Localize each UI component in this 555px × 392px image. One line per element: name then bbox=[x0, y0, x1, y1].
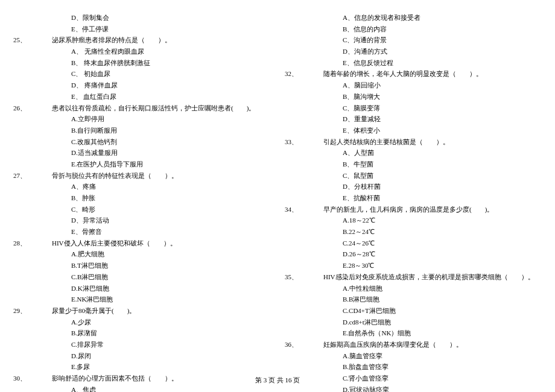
option-line: B、脑沟增大 bbox=[290, 91, 537, 103]
question-text: 泌尿系肿瘤患者排尿的特点是（ ）。 bbox=[52, 36, 171, 43]
option-line: A.18～22℃ bbox=[290, 215, 537, 226]
option-line: E.28～30℃ bbox=[290, 260, 537, 271]
option-line: D.26～28℃ bbox=[290, 248, 537, 260]
page-container: D、限制集会 E、停工停课 25、泌尿系肿瘤患者排尿的特点是（ ）。 A、 无痛… bbox=[18, 12, 537, 374]
question-number: 29、 bbox=[33, 305, 52, 317]
option-line: D、重量减轻 bbox=[290, 113, 537, 125]
question-28: 28、HIV侵入人体后主要侵犯和破坏（ ）。 bbox=[18, 238, 265, 249]
question-number: 33、 bbox=[304, 136, 323, 148]
option-line: A.肥大细胞 bbox=[18, 248, 265, 260]
option-line: E.在医护人员指导下服用 bbox=[18, 159, 265, 170]
option-line: A.少尿 bbox=[18, 317, 265, 328]
question-33: 33、引起人类结核病的主要结核菌是（ ）。 bbox=[290, 136, 537, 148]
option-line: B.尿潴留 bbox=[18, 327, 265, 339]
question-36: 36、妊娠期高血压疾病的基本病理变化是（ ）。 bbox=[290, 339, 537, 350]
option-line: B.22～24℃ bbox=[290, 226, 537, 238]
question-text: 尿量少于80毫升属于( )。 bbox=[52, 307, 136, 314]
option-line: E、信息反馈过程 bbox=[290, 57, 537, 69]
option-line: B、 终末血尿伴膀胱刺激征 bbox=[18, 57, 265, 69]
option-line: D.K淋巴细胞 bbox=[18, 283, 265, 294]
question-number: 35、 bbox=[304, 271, 323, 283]
option-line: C.CD4+T淋巴细胞 bbox=[290, 305, 537, 317]
option-line: C、畸形 bbox=[18, 204, 265, 215]
question-text: HIV感染后对免疫系统造成损害，主要的机理是损害哪类细胞（ ）。 bbox=[323, 273, 534, 280]
option-line: C.24～26℃ bbox=[290, 238, 537, 249]
option-line: C.改服其他钙剂 bbox=[18, 136, 265, 148]
option-line: E、停工停课 bbox=[18, 24, 265, 35]
option-line: C、脑膜变薄 bbox=[290, 103, 537, 114]
option-line: A、 无痛性全程肉眼血尿 bbox=[18, 46, 265, 57]
option-line: A.脑血管痉挛 bbox=[290, 350, 537, 362]
option-line: A、疼痛 bbox=[18, 181, 265, 192]
right-column: A、信息的发现者和接受者 B、信息的内容 C、沟通的背景 D、沟通的方式 E、信… bbox=[290, 12, 537, 374]
question-text: HIV侵入人体后主要侵犯和破坏（ ）。 bbox=[52, 239, 177, 247]
option-line: B.B淋巴细胞 bbox=[290, 294, 537, 305]
option-line: D、分枝杆菌 bbox=[290, 181, 537, 192]
question-29: 29、尿量少于80毫升属于( )。 bbox=[18, 305, 265, 317]
question-25: 25、泌尿系肿瘤患者排尿的特点是（ ）。 bbox=[18, 34, 265, 46]
option-line: A.中性粒细胞 bbox=[290, 283, 537, 294]
option-line: A.立即停用 bbox=[18, 113, 265, 125]
question-number: 32、 bbox=[304, 68, 323, 80]
option-line: C、 初始血尿 bbox=[18, 68, 265, 80]
question-text: 随着年龄的增长，老年人大脑的明显改变是（ ）。 bbox=[323, 70, 483, 77]
option-line: B.T淋巴细胞 bbox=[18, 260, 265, 271]
question-number: 27、 bbox=[33, 170, 52, 182]
question-27: 27、骨折与脱位共有的特征性表现是（ ）。 bbox=[18, 170, 265, 182]
option-line: C、沟通的背景 bbox=[290, 34, 537, 46]
option-line: E、骨擦音 bbox=[18, 226, 265, 238]
option-line: B.胎盘血管痉挛 bbox=[290, 361, 537, 373]
question-number: 36、 bbox=[304, 339, 323, 350]
option-line: A、焦虑 bbox=[18, 384, 265, 392]
question-text: 妊娠期高血压疾病的基本病理变化是（ ）。 bbox=[323, 341, 463, 348]
option-line: E.自然杀伤（NK）细胞 bbox=[290, 327, 537, 339]
question-text: 早产的新生儿，住儿科病房，病房的温度是多少度( )。 bbox=[323, 206, 493, 213]
option-line: D、沟通的方式 bbox=[290, 46, 537, 57]
option-line: D.适当减量服用 bbox=[18, 147, 265, 159]
option-line: E、抗酸杆菌 bbox=[290, 192, 537, 204]
question-number: 26、 bbox=[33, 103, 52, 114]
question-number: 25、 bbox=[33, 34, 52, 46]
option-line: D.cd8+t淋巴细胞 bbox=[290, 317, 537, 328]
question-number: 34、 bbox=[304, 204, 323, 215]
option-line: C.排尿异常 bbox=[18, 339, 265, 350]
option-line: D.冠状动脉痉挛 bbox=[290, 384, 537, 392]
option-line: A、信息的发现者和接受者 bbox=[290, 12, 537, 24]
question-26: 26、患者以往有骨质疏松，自行长期口服活性钙，护士应嘱咐患者( )。 bbox=[18, 103, 265, 114]
question-text: 骨折与脱位共有的特征性表现是（ ）。 bbox=[52, 172, 178, 179]
option-line: A、人型菌 bbox=[290, 147, 537, 159]
left-column: D、限制集会 E、停工停课 25、泌尿系肿瘤患者排尿的特点是（ ）。 A、 无痛… bbox=[18, 12, 265, 374]
option-line: D.尿闭 bbox=[18, 350, 265, 362]
option-line: E、 血红蛋白尿 bbox=[18, 91, 265, 103]
option-line: E、体积变小 bbox=[290, 125, 537, 136]
option-line: B、牛型菌 bbox=[290, 159, 537, 170]
option-line: C.B淋巴细胞 bbox=[18, 271, 265, 283]
option-line: B、信息的内容 bbox=[290, 24, 537, 35]
question-text: 引起人类结核病的主要结核菌是（ ）。 bbox=[323, 138, 449, 145]
option-line: D、限制集会 bbox=[18, 12, 265, 24]
page-footer: 第 3 页 共 16 页 bbox=[0, 376, 555, 385]
option-line: D、异常活动 bbox=[18, 215, 265, 226]
question-32: 32、随着年龄的增长，老年人大脑的明显改变是（ ）。 bbox=[290, 68, 537, 80]
option-line: B.自行间断服用 bbox=[18, 125, 265, 136]
option-line: B、肿胀 bbox=[18, 192, 265, 204]
option-line: D、 疼痛伴血尿 bbox=[18, 80, 265, 91]
question-34: 34、早产的新生儿，住儿科病房，病房的温度是多少度( )。 bbox=[290, 204, 537, 215]
option-line: A、脑回缩小 bbox=[290, 80, 537, 91]
question-35: 35、HIV感染后对免疫系统造成损害，主要的机理是损害哪类细胞（ ）。 bbox=[290, 271, 537, 283]
question-number: 28、 bbox=[33, 238, 52, 249]
option-line: C、鼠型菌 bbox=[290, 170, 537, 182]
option-line: E.多尿 bbox=[18, 361, 265, 373]
option-line: E.NK淋巴细胞 bbox=[18, 294, 265, 305]
question-text: 患者以往有骨质疏松，自行长期口服活性钙，护士应嘱咐患者( )。 bbox=[52, 104, 255, 112]
